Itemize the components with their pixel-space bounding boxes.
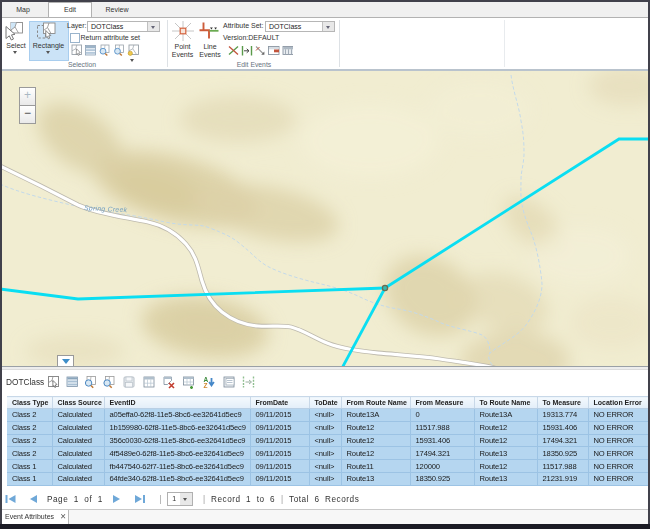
svg-text:Z: Z — [204, 382, 208, 389]
